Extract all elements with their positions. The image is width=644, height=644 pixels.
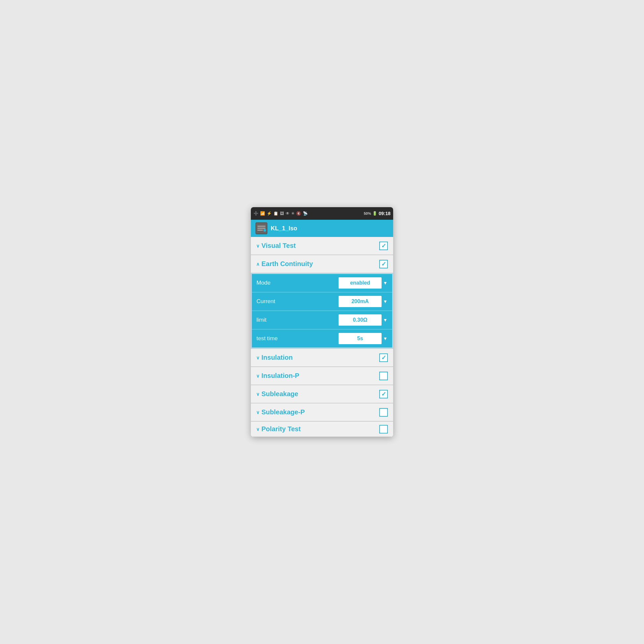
section-subleakage-p-left: ∨ Subleakage-P [256,408,305,416]
subleakage-p-checkbox[interactable] [379,408,388,417]
field-test-time-value-wrapper[interactable]: 5s ▼ [339,333,388,344]
insulation-p-chevron: ∨ [256,373,259,379]
bluetooth-icon: ✳ [291,211,295,216]
add-icon: ➕ [253,211,258,216]
insulation-checkbox[interactable] [379,353,388,362]
field-current-value-wrapper[interactable]: 200mA ▼ [339,296,388,307]
status-bar: ➕ 📶 ⚡ 📋 🖼 👁 ✳ 🔇 📡 50% 🔋 09:18 [251,207,393,220]
section-insulation[interactable]: ∨ Insulation [251,349,393,367]
earth-continuity-label: Earth Continuity [261,260,313,268]
section-subleakage-left: ∨ Subleakage [256,390,298,398]
subleakage-checkbox[interactable] [379,390,388,398]
section-earth-continuity[interactable]: ∧ Earth Continuity [251,255,393,273]
wifi-icon: 📶 [260,211,265,216]
subleakage-p-label: Subleakage-P [261,408,305,416]
field-limit-value[interactable]: 0.30Ω [339,314,382,326]
section-polarity-test-left: ∨ Polarity Test [256,425,301,433]
signal-icon: 📡 [303,211,308,216]
content-area: ∨ Visual Test ∧ Earth Continuity Mode en… [251,237,393,437]
app-icon [255,222,267,234]
status-icons-left: ➕ 📶 ⚡ 📋 🖼 👁 ✳ 🔇 📡 [253,211,308,216]
section-subleakage-p[interactable]: ∨ Subleakage-P [251,403,393,421]
eye-icon: 👁 [286,211,290,216]
field-current-value[interactable]: 200mA [339,296,382,307]
field-mode: Mode enabled ▼ [252,274,392,293]
svg-rect-1 [257,226,265,227]
section-subleakage[interactable]: ∨ Subleakage [251,385,393,403]
visual-test-chevron: ∨ [256,243,259,249]
phone-frame: ➕ 📶 ⚡ 📋 🖼 👁 ✳ 🔇 📡 50% 🔋 09:18 [251,207,393,437]
app-title: KL_1_lso [271,225,297,232]
section-polarity-test[interactable]: ∨ Polarity Test [251,422,393,437]
field-current-arrow: ▼ [383,299,388,304]
subleakage-label: Subleakage [261,390,298,398]
subleakage-p-chevron: ∨ [256,410,259,415]
field-mode-arrow: ▼ [383,280,388,286]
usb-icon: ⚡ [267,211,272,216]
insulation-label: Insulation [261,354,293,361]
field-limit-label: limit [256,317,266,323]
field-mode-label: Mode [256,280,271,286]
field-current: Current 200mA ▼ [252,293,392,311]
section-insulation-p[interactable]: ∨ Insulation-P [251,367,393,385]
section-earth-continuity-left: ∧ Earth Continuity [256,260,313,268]
field-mode-value-wrapper[interactable]: enabled ▼ [339,277,388,289]
insulation-p-checkbox[interactable] [379,372,388,380]
subleakage-chevron: ∨ [256,391,259,397]
visual-test-checkbox[interactable] [379,242,388,250]
field-limit-value-wrapper[interactable]: 0.30Ω ▼ [339,314,388,326]
svg-point-4 [263,229,266,232]
insulation-chevron: ∨ [256,355,259,360]
field-test-time-arrow: ▼ [383,336,388,341]
field-current-label: Current [256,298,275,305]
visual-test-label: Visual Test [261,242,296,250]
section-visual-test[interactable]: ∨ Visual Test [251,237,393,255]
svg-rect-2 [257,228,265,229]
app-bar: KL_1_lso [251,220,393,237]
insulation-p-label: Insulation-P [261,372,299,380]
field-limit: limit 0.30Ω ▼ [252,311,392,330]
mute-icon: 🔇 [296,211,301,216]
status-right: 50% 🔋 09:18 [364,211,391,216]
polarity-test-chevron: ∨ [256,427,259,432]
svg-rect-3 [257,230,263,231]
clipboard-icon: 📋 [273,211,278,216]
section-insulation-p-left: ∨ Insulation-P [256,372,299,380]
earth-continuity-expanded: Mode enabled ▼ Current 200mA ▼ limit 0.3… [251,273,393,348]
polarity-test-checkbox[interactable] [379,425,388,434]
earth-continuity-checkbox[interactable] [379,260,388,268]
battery-level: 50% [364,211,371,215]
section-insulation-left: ∨ Insulation [256,354,293,361]
field-mode-value[interactable]: enabled [339,277,382,289]
battery-icon: 🔋 [372,211,377,216]
field-limit-arrow: ▼ [383,317,388,323]
earth-continuity-chevron: ∧ [256,261,259,267]
clock: 09:18 [379,211,391,216]
image-icon: 🖼 [280,211,284,216]
field-test-time: test time 5s ▼ [252,330,392,347]
field-test-time-label: test time [256,335,278,342]
polarity-test-label: Polarity Test [261,425,301,433]
section-visual-test-left: ∨ Visual Test [256,242,296,250]
field-test-time-value[interactable]: 5s [339,333,382,344]
